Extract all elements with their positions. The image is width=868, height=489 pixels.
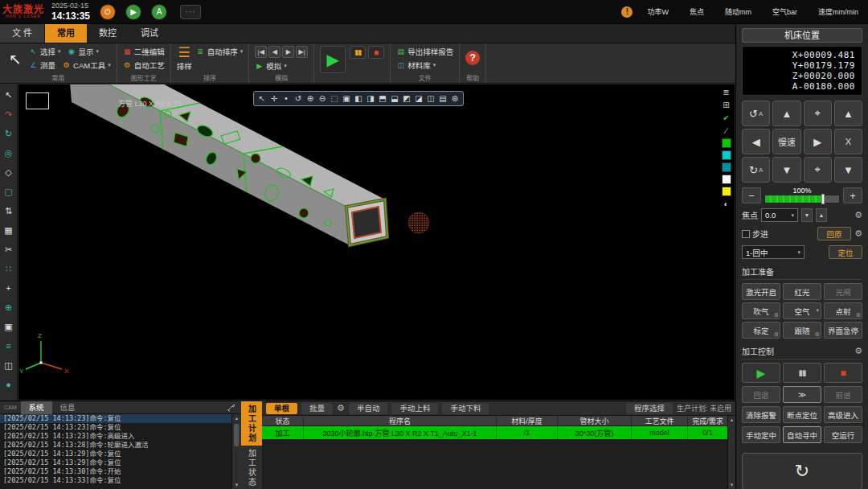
display-menu[interactable]: ◉显示▾ — [68, 46, 100, 57]
tab-common[interactable]: 常用 — [45, 24, 87, 43]
select-menu[interactable]: ↖选择▾ — [29, 46, 61, 57]
tab-nc[interactable]: 数控 — [87, 24, 129, 43]
nozzle-up-button[interactable]: ⌖ — [804, 101, 832, 126]
red-light-button[interactable]: 红光 — [783, 283, 821, 300]
run-pause-button[interactable]: ▮▮ — [350, 46, 366, 59]
nozzle-down-button[interactable]: ⌖ — [804, 157, 832, 183]
burst-button[interactable]: 点射⚙ — [824, 302, 862, 319]
circle-tool-icon[interactable]: ◎ — [1, 143, 17, 162]
material-lib-button[interactable]: ◫材料库▾ — [396, 60, 453, 71]
vp-fit-icon[interactable]: ▣ — [341, 92, 352, 105]
jog-left-button[interactable]: ◀ — [742, 129, 770, 154]
tab-debug[interactable]: 调试 — [129, 24, 170, 43]
auto-mode-button[interactable]: A — [151, 4, 167, 20]
view-back-icon[interactable]: ◨ — [365, 92, 376, 105]
help-button[interactable]: ? — [465, 51, 480, 65]
power-button[interactable]: ⏻ — [100, 4, 116, 20]
run-stop-button[interactable]: ■ — [368, 46, 384, 59]
center-mode-select[interactable]: 1-回中▾ — [742, 245, 805, 259]
dry-run-button[interactable]: 空运行 — [824, 426, 862, 443]
select-tool-icon[interactable]: ↖ — [1, 85, 17, 105]
vp-zoom-window-icon[interactable]: ⬚ — [329, 92, 340, 105]
cross-tool-icon[interactable]: + — [1, 278, 17, 298]
locate-button[interactable]: 定位 — [829, 245, 862, 259]
scroll-down-icon[interactable]: ▼ — [232, 481, 241, 489]
jog-right-button[interactable]: ▶ — [804, 129, 832, 154]
manual-load-button[interactable]: 手动上料 — [391, 403, 438, 414]
view-front-icon[interactable]: ◧ — [353, 92, 364, 105]
log-line[interactable]: [2025/02/15 14:13:29]命令:复位 — [0, 458, 231, 467]
batch-mode-button[interactable]: 批量 — [301, 403, 333, 414]
align-tool-icon[interactable]: ≡ — [1, 336, 17, 355]
vp-print-icon[interactable]: ▤ — [437, 92, 448, 105]
machine-pause-button[interactable]: ▮▮ — [783, 363, 821, 383]
speed-minus-button[interactable]: − — [742, 187, 761, 203]
single-step-button[interactable]: ≫ — [783, 386, 821, 403]
edit-2d-button[interactable]: ▦二维编辑 — [123, 46, 165, 57]
focus-up-button[interactable]: ▲ — [816, 208, 827, 222]
home-settings-icon[interactable]: ⚙ — [854, 228, 862, 239]
sim-step-last-button[interactable]: ▶| — [296, 46, 308, 58]
vp-settings-icon[interactable]: ⊛ — [449, 92, 461, 105]
vp-zoom-in-icon[interactable]: ⊕ — [305, 92, 316, 105]
flip-vertical-icon[interactable]: ⇅ — [1, 201, 17, 220]
tab-file[interactable]: 文 件 — [0, 24, 45, 43]
swatch-teal[interactable] — [722, 162, 731, 172]
calibrate-button[interactable]: 标定⚙ — [742, 322, 780, 339]
message-button[interactable]: ··· — [180, 5, 201, 19]
follow-settings-icon[interactable]: ⚙ — [815, 331, 820, 338]
auto-center-button[interactable]: 自动寻中 — [783, 426, 821, 443]
follow-button[interactable]: 跟随⚙ — [783, 322, 821, 339]
nest-button[interactable]: ☰ 排样 — [177, 46, 192, 72]
select-cursor-icon[interactable]: ↖ — [6, 46, 25, 72]
vp-zoom-out-icon[interactable]: ⊖ — [317, 92, 328, 105]
auto-craft-button[interactable]: ⚙自动工艺 — [123, 60, 165, 71]
vp-pan-icon[interactable]: ✛ — [268, 92, 280, 105]
cam-tools-menu[interactable]: ⚙CAM工具▾ — [62, 60, 111, 71]
speed-slider[interactable]: 100% — [764, 187, 840, 203]
a-axis-cw-button[interactable]: ↻A — [742, 157, 770, 183]
single-mode-button[interactable]: 单根 — [266, 403, 297, 414]
snap-grid-icon[interactable]: ⊞ — [721, 100, 731, 110]
home-button[interactable]: 回原 — [817, 227, 851, 240]
log-tab-info[interactable]: 信息 — [52, 401, 84, 414]
check-icon[interactable]: ✔ — [721, 113, 731, 123]
swatch-white[interactable] — [722, 175, 731, 184]
measure-menu[interactable]: ∠测量 — [29, 60, 55, 71]
layer-list-icon[interactable]: ≣ — [721, 87, 731, 97]
box-select-icon[interactable]: ▣ — [1, 317, 17, 336]
sim-step-back-button[interactable]: ◀ — [268, 46, 280, 58]
clear-log-icon[interactable] — [227, 403, 236, 413]
z-up-button[interactable]: ▲ — [834, 101, 862, 126]
mirror-tool-icon[interactable]: ◫ — [1, 355, 17, 375]
scroll-up-icon[interactable]: ▲ — [232, 414, 241, 422]
log-line[interactable]: [2025/02/15 14:13:23]命令:高级进入 — [0, 432, 231, 441]
view-top-icon[interactable]: ⬒ — [377, 92, 388, 105]
slow-speed-button[interactable]: 慢速 — [772, 129, 800, 154]
swatch-cyan[interactable] — [722, 150, 731, 160]
grid-tool-icon[interactable]: ▦ — [1, 220, 17, 240]
jog-up-button[interactable]: ▲ — [772, 101, 800, 126]
log-list[interactable]: [2025/02/15 14:13:23]命令:复位 [2025/02/15 1… — [0, 414, 231, 489]
array-tool-icon[interactable]: ⊕ — [1, 298, 17, 317]
vp-select-icon[interactable]: ↖ — [256, 92, 268, 105]
manual-center-button[interactable]: 手动定中 — [742, 426, 780, 443]
burst-settings-icon[interactable]: ⚙ — [856, 312, 861, 318]
laser-on-button[interactable]: 激光开启 — [742, 283, 780, 300]
vp-center-icon[interactable]: • — [280, 92, 292, 105]
vp-rotate-icon[interactable]: ↺ — [293, 92, 304, 105]
log-line[interactable]: [2025/02/15 14:13:23]命令:复位 — [0, 414, 231, 423]
scroll-thumb[interactable] — [234, 424, 240, 446]
machine-position-header[interactable]: 机床位置 — [742, 28, 862, 43]
viewport-3d[interactable]: Z X Y 方管 L30 X R2 X T1 ↖ ✛ • ↺ ⊕ ⊖ ⬚ ▣ ◧… — [18, 84, 735, 401]
simulate-button[interactable]: ▶模拟▾ — [255, 60, 308, 72]
calibrate-settings-icon[interactable]: ⚙ — [774, 331, 779, 338]
run-start-button[interactable]: ▶ — [320, 46, 346, 73]
log-tab-system[interactable]: 系统 — [21, 401, 52, 414]
center-tool-icon[interactable]: ● — [1, 375, 17, 394]
log-scrollbar[interactable]: ▲ ▼ — [231, 414, 241, 489]
log-line[interactable]: [2025/02/15 14:13:30]命令:开始 — [0, 467, 231, 476]
focus-down-button[interactable]: ▼ — [801, 208, 813, 222]
speed-thumb[interactable] — [821, 194, 825, 204]
z-down-button[interactable]: ▼ — [834, 157, 862, 183]
